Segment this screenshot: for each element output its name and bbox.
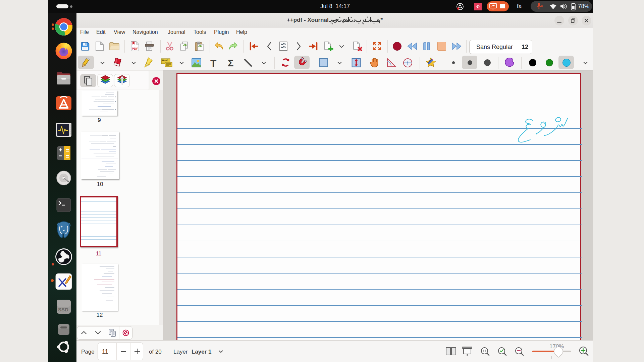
svg-text:SSD: SSD — [58, 307, 68, 312]
svg-text:Word: Word — [162, 59, 168, 61]
svg-text:PDF: PDF — [132, 47, 138, 50]
